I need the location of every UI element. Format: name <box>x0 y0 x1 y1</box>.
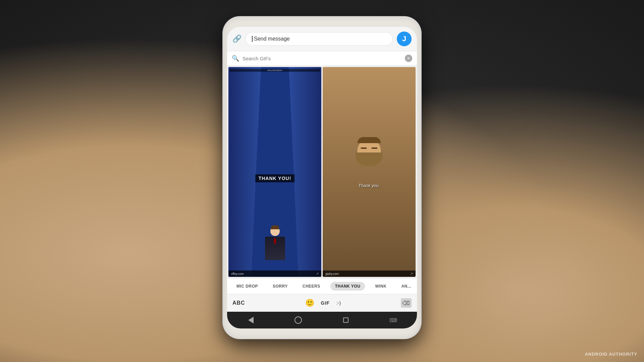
gif1-person <box>263 227 287 263</box>
gif2-person <box>327 70 411 238</box>
gif-stage-2: Thank you. giphy.com ↗ <box>323 67 416 277</box>
emoji-button[interactable]: 🙂 <box>305 299 314 307</box>
phone-body: 🔗 Send message J 🔍 ✕ <box>223 17 421 339</box>
gif1-text-overlay: THANK YOU! <box>255 174 295 182</box>
external-link-icon[interactable]: ↗ <box>316 272 319 276</box>
category-mic-drop[interactable]: MIC DROP <box>232 282 263 291</box>
search-icon: 🔍 <box>232 55 239 62</box>
category-cheers[interactable]: CHEERS <box>298 282 325 291</box>
background-scene: 🔗 Send message J 🔍 ✕ <box>0 0 644 362</box>
nav-home-button[interactable] <box>293 315 303 325</box>
gif1-tie <box>274 238 276 245</box>
keyboard-toolbar: ABC 🙂 GIF :-) ⌫ <box>227 294 417 312</box>
gif1-attribution: riffsy.com ↗ <box>228 270 321 277</box>
gif2-head <box>357 139 381 164</box>
nav-recent-button[interactable] <box>341 315 351 325</box>
gif2-hair <box>357 137 381 143</box>
gif-stage-1: #FALLONTONIGHT THANK YOU! riffsy.com ↗ <box>228 67 321 277</box>
recent-square-icon <box>343 317 348 323</box>
category-sorry[interactable]: SORRY <box>268 282 292 291</box>
gif2-text-overlay: Thank you. <box>356 182 382 189</box>
gif-results: #FALLONTONIGHT THANK YOU! riffsy.com ↗ <box>227 66 417 278</box>
eye-right <box>371 147 377 149</box>
gif1-head <box>270 227 280 236</box>
clear-search-button[interactable]: ✕ <box>405 55 412 62</box>
emoticon-button[interactable]: :-) <box>336 300 341 306</box>
gif1-hair <box>271 225 279 229</box>
gif-search-input[interactable] <box>243 56 401 61</box>
eye-left <box>361 147 367 149</box>
message-placeholder: Send message <box>254 36 290 42</box>
home-circle-icon <box>294 316 302 324</box>
phone-wrapper: 🔗 Send message J 🔍 ✕ <box>221 17 423 345</box>
gif1-source: riffsy.com <box>231 272 244 276</box>
android-nav-bar: ⌨ <box>227 312 417 328</box>
gif-search-area: 🔍 ✕ <box>227 51 417 66</box>
category-row: MIC DROP SORRY CHEERS THANK YOU WINK AN.… <box>227 278 417 294</box>
phone-screen: 🔗 Send message J 🔍 ✕ <box>227 27 417 328</box>
abc-button[interactable]: ABC <box>232 300 245 306</box>
gif1-suit <box>265 237 285 260</box>
attach-icon[interactable]: 🔗 <box>232 35 241 43</box>
keyboard-icons: 🙂 GIF :-) <box>305 299 341 307</box>
category-more[interactable]: AN... <box>396 282 416 291</box>
gif2-beard <box>356 153 382 166</box>
message-area: 🔗 Send message J <box>227 27 417 51</box>
gif2-attribution: giphy.com ↗ <box>323 270 416 277</box>
back-triangle-icon <box>248 317 254 323</box>
keyboard-icon: ⌨ <box>389 317 397 323</box>
gif2-eyes <box>361 147 377 149</box>
gif2-source: giphy.com <box>325 272 339 276</box>
gif-button[interactable]: GIF <box>321 300 330 306</box>
category-wink[interactable]: WINK <box>370 282 391 291</box>
gif2-face <box>356 139 382 169</box>
gif1-hashtag: #FALLONTONIGHT <box>230 69 320 72</box>
watermark: ANDROID AUTHORITY <box>585 352 637 357</box>
nav-keyboard-button[interactable]: ⌨ <box>388 315 398 325</box>
gif-card-1[interactable]: #FALLONTONIGHT THANK YOU! riffsy.com ↗ <box>228 67 321 277</box>
external-link-icon-2[interactable]: ↗ <box>410 272 413 276</box>
text-cursor <box>252 36 253 42</box>
send-avatar[interactable]: J <box>397 32 412 46</box>
category-thank-you[interactable]: THANK YOU <box>330 282 365 291</box>
gif-card-2[interactable]: Thank you. giphy.com ↗ <box>323 67 416 277</box>
message-input[interactable]: Send message <box>246 32 393 46</box>
backspace-button[interactable]: ⌫ <box>401 298 412 308</box>
nav-back-button[interactable] <box>246 315 256 325</box>
